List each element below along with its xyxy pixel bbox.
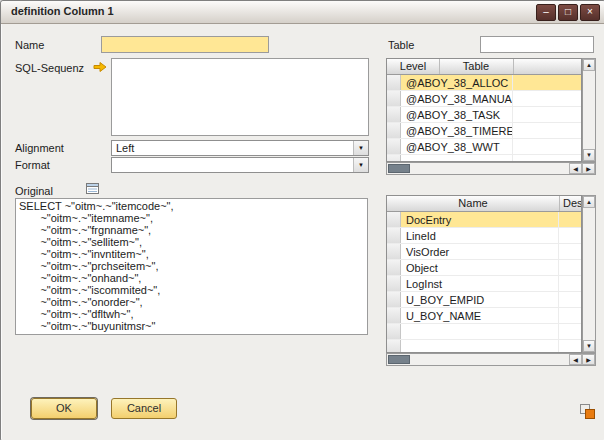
row-selector[interactable] — [387, 123, 401, 138]
cell-filler — [559, 292, 581, 307]
scroll-left-icon[interactable]: ◀ — [569, 163, 582, 174]
fields-grid[interactable]: Name Desc DocEntryLineIdVisOrderObjectLo… — [386, 195, 582, 353]
cell-text — [401, 155, 513, 162]
cell-filler — [513, 155, 581, 162]
cell-filler — [559, 260, 581, 275]
cell-filler — [559, 276, 581, 291]
show-original-icon[interactable] — [85, 181, 100, 198]
cell-text: U_BOY_EMPID — [401, 292, 559, 307]
chevron-down-icon[interactable]: ▼ — [353, 141, 368, 155]
alignment-select[interactable]: Left ▼ — [111, 140, 369, 156]
cell-text — [401, 340, 559, 353]
row-selector[interactable] — [387, 244, 401, 259]
table-row[interactable]: U_BOY_NAME — [387, 308, 581, 324]
cell-text: LineId — [401, 228, 559, 243]
cell-text: LogInst — [401, 276, 559, 291]
link-arrow-icon[interactable] — [93, 61, 107, 75]
fields-vertical-scrollbar[interactable]: ▲ ▼ — [582, 195, 596, 353]
table-row[interactable]: @ABOY_38_TIMERE — [387, 123, 581, 139]
column-header-level: Level — [387, 59, 440, 74]
sql-sequenz-input[interactable] — [111, 58, 369, 136]
cell-filler — [559, 212, 581, 227]
table-input[interactable] — [480, 36, 594, 53]
chevron-down-icon[interactable]: ▼ — [353, 158, 368, 172]
cell-text: @ABOY_38_WWT — [401, 139, 513, 154]
original-sql-text: SELECT ~"oitm~.~"itemcode~", ~"oitm~.~"i… — [15, 198, 368, 335]
row-selector[interactable] — [387, 228, 401, 243]
table-row[interactable]: Object — [387, 260, 581, 276]
cell-text: @ABOY_38_TASK — [401, 107, 513, 122]
expand-form-icon[interactable] — [579, 403, 596, 422]
scroll-right-icon[interactable]: ▶ — [582, 163, 595, 174]
name-input[interactable] — [101, 36, 269, 53]
table-row[interactable] — [387, 324, 581, 340]
row-selector[interactable] — [387, 212, 401, 227]
window-title: definition Column 1 — [11, 5, 114, 17]
column-header-name: Name — [387, 196, 560, 211]
row-selector[interactable] — [387, 260, 401, 275]
fields-grid-header: Name Desc — [387, 196, 581, 212]
tables-grid-header: Level Table — [387, 59, 581, 75]
format-label: Format — [15, 159, 50, 171]
row-selector[interactable] — [387, 139, 401, 154]
scroll-down-icon[interactable]: ▼ — [583, 149, 595, 161]
ok-button[interactable]: OK — [31, 398, 97, 419]
table-row[interactable]: @ABOY_38_MANUA — [387, 91, 581, 107]
scroll-up-icon[interactable]: ▲ — [583, 59, 595, 71]
row-selector[interactable] — [387, 308, 401, 323]
row-selector[interactable] — [387, 155, 401, 162]
cell-filler — [513, 107, 581, 122]
table-row[interactable]: @ABOY_38_WWT — [387, 139, 581, 155]
row-selector[interactable] — [387, 340, 401, 353]
scroll-up-icon[interactable]: ▲ — [583, 196, 595, 208]
cell-text: U_BOY_NAME — [401, 308, 559, 323]
table-row[interactable]: DocEntry — [387, 212, 581, 228]
cell-filler — [559, 244, 581, 259]
cancel-button[interactable]: Cancel — [111, 398, 177, 419]
cell-filler — [513, 123, 581, 138]
original-label: Original — [15, 185, 53, 197]
scroll-left-icon[interactable]: ◀ — [569, 354, 582, 365]
fields-horizontal-scrollbar[interactable]: ◀ ▶ — [386, 353, 596, 366]
cell-text: DocEntry — [401, 212, 559, 227]
minimize-icon[interactable]: – — [536, 4, 556, 21]
tables-grid[interactable]: Level Table @ABOY_38_ALLOC@ABOY_38_MANUA… — [386, 58, 582, 162]
scrollbar-thumb[interactable] — [388, 164, 410, 173]
cell-filler — [513, 91, 581, 106]
close-icon[interactable]: × — [580, 4, 600, 21]
cell-text: Object — [401, 260, 559, 275]
sql-sequenz-label: SQL-Sequenz — [15, 62, 84, 74]
scrollbar-thumb[interactable] — [388, 355, 410, 364]
cell-filler — [559, 324, 581, 339]
format-select[interactable]: ▼ — [111, 157, 369, 173]
tables-vertical-scrollbar[interactable]: ▲ ▼ — [582, 58, 596, 162]
row-selector[interactable] — [387, 91, 401, 106]
table-row[interactable]: @ABOY_38_TASK — [387, 107, 581, 123]
table-row[interactable]: @ABOY_38_ALLOC — [387, 75, 581, 91]
tables-horizontal-scrollbar[interactable]: ◀ ▶ — [386, 162, 596, 175]
table-row[interactable] — [387, 340, 581, 353]
column-header-empty — [513, 59, 581, 74]
scroll-down-icon[interactable]: ▼ — [583, 340, 595, 352]
row-selector[interactable] — [387, 276, 401, 291]
cell-text: VisOrder — [401, 244, 559, 259]
row-selector[interactable] — [387, 75, 401, 90]
table-row[interactable]: LogInst — [387, 276, 581, 292]
row-selector[interactable] — [387, 324, 401, 339]
table-row[interactable]: LineId — [387, 228, 581, 244]
alignment-label: Alignment — [15, 142, 64, 154]
row-selector[interactable] — [387, 292, 401, 307]
column-header-table: Table — [439, 59, 514, 74]
table-row[interactable]: U_BOY_EMPID — [387, 292, 581, 308]
cell-text: @ABOY_38_ALLOC — [401, 75, 513, 90]
column-header-desc: Desc — [559, 196, 581, 211]
maximize-icon[interactable]: □ — [558, 4, 578, 21]
scroll-right-icon[interactable]: ▶ — [582, 354, 595, 365]
row-selector[interactable] — [387, 107, 401, 122]
table-row[interactable] — [387, 155, 581, 162]
table-row[interactable]: VisOrder — [387, 244, 581, 260]
cell-text: @ABOY_38_TIMERE — [401, 123, 513, 138]
cell-filler — [559, 308, 581, 323]
titlebar[interactable]: definition Column 1 – □ × — [1, 1, 604, 24]
window-controls: – □ × — [536, 4, 600, 21]
